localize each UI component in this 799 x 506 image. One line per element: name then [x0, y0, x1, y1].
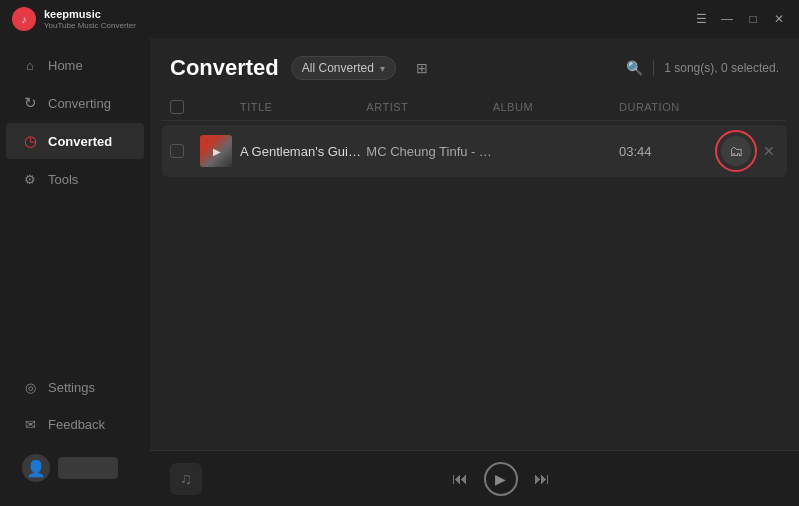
select-all-checkbox[interactable] — [170, 100, 184, 114]
next-button[interactable]: ⏭ — [534, 470, 550, 488]
folder-highlight-circle — [715, 130, 757, 172]
table-header: TITLE ARTIST ALBUM DURATION — [162, 94, 787, 121]
home-icon: ⌂ — [22, 57, 38, 73]
track-title: A Gentleman's Guide to Old-... — [240, 144, 366, 159]
header-artist-col: ARTIST — [366, 101, 492, 113]
player-bar: ♫ ⏮ ▶ ⏭ — [150, 450, 799, 506]
content-area: Converted All Converted ▾ ⊞ 🔍 1 song(s),… — [150, 38, 799, 506]
sidebar-spacer — [0, 198, 150, 364]
close-button[interactable]: ✕ — [771, 11, 787, 27]
music-note-icon: ♫ — [180, 470, 192, 488]
avatar: 👤 — [22, 454, 50, 482]
header-album-col: ALBUM — [493, 101, 619, 113]
sidebar-item-converting[interactable]: ↻ Converting — [6, 85, 144, 121]
sidebar-label-converted: Converted — [48, 134, 112, 149]
sidebar-bottom: ◎ Settings ✉ Feedback 👤 — [0, 364, 150, 498]
sidebar: ⌂ Home ↻ Converting ◷ Converted ⚙ Tools … — [0, 38, 150, 506]
sidebar-item-settings[interactable]: ◎ Settings — [6, 369, 144, 405]
grid-view-button[interactable]: ⊞ — [408, 54, 436, 82]
menu-button[interactable]: ☰ — [693, 11, 709, 27]
track-checkbox[interactable] — [170, 144, 184, 158]
login-box[interactable] — [58, 457, 118, 479]
search-button[interactable]: 🔍 — [626, 60, 643, 76]
play-icon: ▶ — [213, 146, 221, 157]
header-divider — [653, 60, 654, 76]
maximize-button[interactable]: □ — [745, 11, 761, 27]
table-row: ▶ A Gentleman's Guide to Old-... MC Cheu… — [162, 125, 787, 177]
sidebar-item-tools[interactable]: ⚙ Tools — [6, 161, 144, 197]
filter-label: All Converted — [302, 61, 374, 75]
header-left: Converted All Converted ▾ ⊞ — [170, 54, 436, 82]
app-title-text: keepmusic YouTube Music Converter — [44, 8, 136, 31]
page-title: Converted — [170, 55, 279, 81]
title-bar-left: ♪ keepmusic YouTube Music Converter — [12, 7, 136, 31]
track-table: TITLE ARTIST ALBUM DURATION ▶ — [150, 94, 799, 450]
player-music-icon: ♫ — [170, 463, 202, 495]
header-title-col: TITLE — [240, 101, 366, 113]
chevron-down-icon: ▾ — [380, 63, 385, 74]
sidebar-label-settings: Settings — [48, 380, 95, 395]
open-folder-wrapper: 🗂 — [719, 133, 754, 169]
sidebar-item-converted[interactable]: ◷ Converted — [6, 123, 144, 159]
sidebar-label-home: Home — [48, 58, 83, 73]
track-actions: 🗂 ✕ — [719, 133, 779, 169]
row-thumb-col: ▶ — [200, 135, 240, 167]
sidebar-label-tools: Tools — [48, 172, 78, 187]
prev-button[interactable]: ⏮ — [452, 470, 468, 488]
filter-dropdown[interactable]: All Converted ▾ — [291, 56, 396, 80]
sidebar-label-feedback: Feedback — [48, 417, 105, 432]
settings-icon: ◎ — [22, 379, 38, 395]
play-pause-button[interactable]: ▶ — [484, 462, 518, 496]
minimize-button[interactable]: — — [719, 11, 735, 27]
sidebar-label-converting: Converting — [48, 96, 111, 111]
app-logo: ♪ — [12, 7, 36, 31]
track-duration: 03:44 — [619, 144, 719, 159]
song-count: 1 song(s), 0 selected. — [664, 61, 779, 75]
track-artist: MC Cheung Tinfu - T... — [366, 144, 492, 159]
converted-icon: ◷ — [22, 133, 38, 149]
player-controls: ⏮ ▶ ⏭ — [452, 462, 550, 496]
app-subtitle: YouTube Music Converter — [44, 21, 136, 31]
feedback-icon: ✉ — [22, 416, 38, 432]
title-bar-controls: ☰ — □ ✕ — [693, 11, 787, 27]
sidebar-item-feedback[interactable]: ✉ Feedback — [6, 406, 144, 442]
app-name: keepmusic — [44, 8, 136, 21]
sidebar-item-home[interactable]: ⌂ Home — [6, 47, 144, 83]
row-checkbox-col — [170, 144, 200, 158]
main-layout: ⌂ Home ↻ Converting ◷ Converted ⚙ Tools … — [0, 38, 799, 506]
content-header: Converted All Converted ▾ ⊞ 🔍 1 song(s),… — [150, 38, 799, 94]
remove-track-button[interactable]: ✕ — [760, 141, 779, 161]
sidebar-footer: 👤 — [6, 444, 144, 492]
header-duration-col: DURATION — [619, 101, 719, 113]
converting-icon: ↻ — [22, 95, 38, 111]
header-right: 🔍 1 song(s), 0 selected. — [626, 60, 779, 76]
track-title-col: A Gentleman's Guide to Old-... — [240, 144, 366, 159]
track-thumbnail: ▶ — [200, 135, 232, 167]
title-bar: ♪ keepmusic YouTube Music Converter ☰ — … — [0, 0, 799, 38]
header-checkbox-col — [170, 100, 200, 114]
tools-icon: ⚙ — [22, 171, 38, 187]
